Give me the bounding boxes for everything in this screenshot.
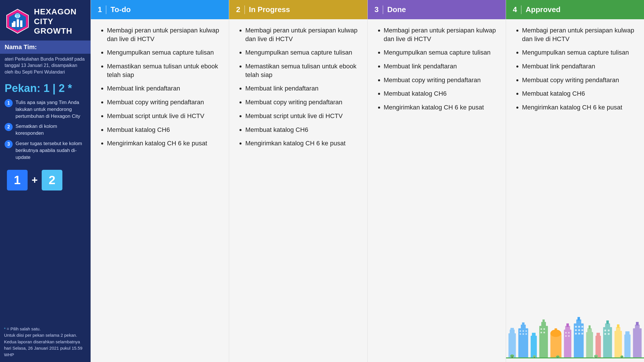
sidebar-title: Hexagon CityGrowth [34,7,86,36]
svg-rect-38 [568,335,570,337]
column-body-todo: Membagi peran untuk persiapan kulwap dan… [91,19,229,362]
instruction-2: 2 Sematkan di kolom koresponden [5,123,86,137]
instruction-text-3: Geser tugas tersebut ke kolom berikutnya… [16,140,86,161]
task-item: Mengirimkan katalog CH 6 ke pusat [522,103,636,112]
task-list-todo: Membagi peran untuk persiapan kulwap dan… [99,26,221,148]
col-title-done: Done [387,5,406,14]
svg-rect-5 [12,23,14,27]
svg-rect-24 [543,319,545,323]
svg-rect-4 [20,20,22,27]
footnote-line3: Kedua laporan diserahkan selambatnya har… [4,339,87,358]
col-title-todo: To-do [110,5,131,14]
svg-rect-18 [522,333,524,335]
svg-rect-47 [581,329,583,331]
svg-rect-61 [604,333,606,335]
svg-rect-29 [550,333,561,358]
col-num-done: 3 [375,5,379,14]
svg-rect-26 [543,328,545,330]
svg-rect-43 [578,326,580,328]
task-item: Membuat copy writing pendaftaran [245,98,359,107]
col-num-approved: 4 [513,5,517,14]
svg-rect-49 [578,333,580,334]
column-todo: 1 To-do Membagi peran untuk persiapan ku… [91,0,229,362]
svg-rect-31 [555,328,557,334]
svg-rect-66 [624,334,630,358]
svg-rect-37 [565,335,567,337]
svg-rect-58 [606,320,609,324]
svg-rect-71 [506,357,644,358]
task-item: Membuat copy writing pendaftaran [522,76,636,84]
column-body-approved: Membagi peran untuk persiapan kulwap dan… [506,19,644,362]
task-list-approved: Membagi peran untuk persiapan kulwap dan… [514,26,636,112]
instruction-number-2: 2 [5,123,13,131]
task-item: Membuat copy writing pendaftaran [107,98,221,107]
task-item: Membagi peran untuk persiapan kulwap dan… [384,26,498,43]
col-title-approved: Approved [526,5,560,14]
svg-rect-13 [522,322,524,325]
instruction-3: 3 Geser tugas tersebut ke kolom berikutn… [5,140,86,161]
svg-rect-15 [522,330,524,332]
column-header-done: 3 Done [368,0,506,19]
task-item: Memastikan semua tulisan untuk ebook tel… [245,62,359,79]
svg-rect-25 [540,328,542,330]
task-item: Membuat link pendaftaran [245,84,359,93]
sidebar-header: HCG Hexagon CityGrowth [0,0,91,41]
task-item: Mengirimkan katalog CH 6 ke pusat [384,103,498,112]
svg-rect-56 [603,327,612,358]
column-body-done: Membagi peran untuk persiapan kulwap dan… [368,19,506,362]
svg-rect-42 [575,326,577,328]
svg-rect-53 [589,326,591,329]
column-approved: 4 Approved Membagi peran untuk persiapan… [506,0,644,362]
svg-text:HCG: HCG [15,15,20,18]
svg-rect-19 [525,333,527,335]
svg-rect-20 [531,336,537,358]
task-item: Membuat link pendaftaran [384,62,498,71]
svg-rect-63 [614,331,622,358]
column-header-approved: 4 Approved [506,0,644,19]
svg-rect-27 [540,332,542,333]
task-list-done: Membagi peran untuk persiapan kulwap dan… [376,26,498,112]
instruction-1: 1 Tulis apa saja yang Tim Anda lakukan u… [5,99,86,120]
task-list-inprogress: Membagi peran untuk persiapan kulwap dan… [237,26,359,148]
instruction-number-3: 3 [5,140,13,148]
task-item: Membuat link pendaftaran [522,62,636,71]
column-inprogress: 2 In Progress Membagi peran untuk persia… [229,0,367,362]
svg-rect-10 [510,328,514,330]
task-item: Mengumpulkan semua capture tulisan [522,48,636,57]
col-title-inprogress: In Progress [249,5,290,14]
task-item: Mengirimkan katalog CH 6 ke pusat [245,139,359,148]
pekan-box-1: 1 [7,170,28,190]
svg-rect-57 [605,324,610,328]
svg-rect-22 [539,326,548,358]
svg-rect-48 [575,333,577,334]
footnote-asterisk: * [4,327,7,331]
sidebar: HCG Hexagon CityGrowth Nama Tim: ateri P… [0,0,91,362]
task-item: Membuat katalog CH6 [384,89,498,98]
svg-rect-41 [577,317,580,320]
footnote-line2: Untuk diisi per pekan selama 2 pekan. [4,332,87,339]
svg-rect-60 [608,330,610,331]
svg-rect-51 [586,332,593,358]
svg-rect-62 [608,333,610,335]
instruction-text-1: Tulis apa saja yang Tim Anda lakukan unt… [16,99,86,120]
pekan-asterisk: * [68,82,72,94]
kanban-board: 1 To-do Membagi peran untuk persiapan ku… [91,0,644,362]
svg-rect-34 [566,324,569,327]
task-item: Membagi peran untuk persiapan kulwap dan… [107,26,221,43]
task-item: Membagi peran untuk persiapan kulwap dan… [245,26,359,43]
city-skyline [506,305,644,362]
svg-rect-17 [520,333,521,335]
svg-rect-59 [604,330,606,331]
task-item: Membuat katalog CH6 [522,89,636,98]
task-item: Membuat script untuk live di HCTV [107,112,221,120]
instruction-number-1: 1 [5,99,13,107]
task-item: Memastikan semua tulisan untuk ebook tel… [107,62,221,79]
svg-rect-28 [543,332,545,333]
svg-rect-79 [596,357,596,358]
task-item: Membagi peran untuk persiapan kulwap dan… [522,26,636,43]
svg-rect-14 [520,330,521,332]
footnote-line1: * = Pilih salah satu. [4,326,87,332]
task-item: Mengumpulkan semua capture tulisan [107,48,221,57]
task-item: Membuat script untuk live di HCTV [245,112,359,120]
col-divider-todo [106,5,106,14]
